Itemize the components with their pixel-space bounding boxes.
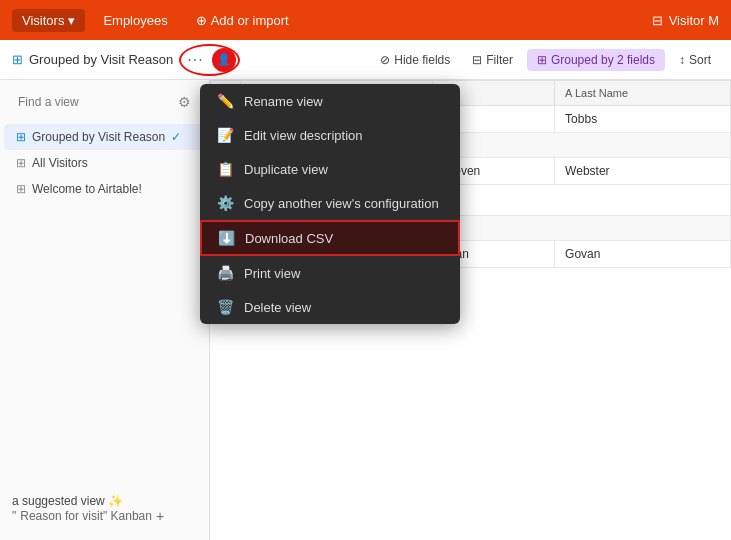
- grid-icon-3: ⊞: [16, 182, 26, 196]
- suggestion-label: a suggested view ✨: [12, 494, 123, 508]
- find-view-input[interactable]: [18, 95, 172, 109]
- kanban-label: ": [12, 509, 16, 523]
- delete-icon: 🗑️: [216, 299, 234, 315]
- duplicate-icon: 📋: [216, 161, 234, 177]
- delete-view-item[interactable]: 🗑️ Delete view: [200, 290, 460, 324]
- grid-icon: ⊞: [16, 130, 26, 144]
- plus-icon: ⊕: [196, 13, 207, 28]
- download-csv-item[interactable]: ⬇️ Download CSV: [200, 220, 460, 256]
- group-icon: ⊞: [537, 53, 547, 67]
- row-last-cell: Tobbs: [555, 106, 731, 133]
- kanban-suggestion-item[interactable]: " Reason for visit" Kanban +: [12, 508, 197, 524]
- edit-description-label: Edit view description: [244, 128, 363, 143]
- sidebar-item-grouped-visit-reason[interactable]: ⊞ Grouped by Visit Reason ✓: [4, 124, 205, 150]
- visitors-chevron: ▾: [68, 13, 75, 28]
- visitors-tab[interactable]: Visitors ▾: [12, 9, 85, 32]
- hide-fields-label: Hide fields: [394, 53, 450, 67]
- kanban-sub-label: Reason for visit" Kanban: [20, 509, 152, 523]
- filter-label: Filter: [486, 53, 513, 67]
- rename-icon: ✏️: [216, 93, 234, 109]
- copy-config-icon: ⚙️: [216, 195, 234, 211]
- add-import-label: Add or import: [211, 13, 289, 28]
- visitors-label: Visitors: [22, 13, 64, 28]
- row-last-2: Webster: [555, 158, 731, 185]
- sort-icon: ↕: [679, 53, 685, 67]
- add-import-button[interactable]: ⊕ Add or import: [186, 9, 299, 32]
- view-name-area: ⊞ Grouped by Visit Reason: [12, 52, 173, 67]
- sidebar: ⚙ ⊞ Grouped by Visit Reason ✓ ⊞ All Visi…: [0, 80, 210, 540]
- filter-button[interactable]: ⊟ Filter: [464, 49, 521, 71]
- sidebar-view-welcome-label: Welcome to Airtable!: [32, 182, 142, 196]
- employees-label: Employees: [103, 13, 167, 28]
- top-bar-left: Visitors ▾ Employees ⊕ Add or import: [12, 9, 299, 32]
- add-kanban-icon[interactable]: +: [156, 508, 164, 524]
- employees-tab[interactable]: Employees: [93, 9, 177, 32]
- sidebar-search-area: ⚙: [8, 88, 201, 116]
- grouped-label: Grouped by 2 fields: [551, 53, 655, 67]
- sidebar-view-all-label: All Visitors: [32, 156, 88, 170]
- duplicate-view-item[interactable]: 📋 Duplicate view: [200, 152, 460, 186]
- top-bar: Visitors ▾ Employees ⊕ Add or import ⊟ V…: [0, 0, 731, 40]
- sort-label: Sort: [689, 53, 711, 67]
- toolbar: ⊞ Grouped by Visit Reason ··· 👤 ⊘ Hide f…: [0, 40, 731, 80]
- sort-button[interactable]: ↕ Sort: [671, 49, 719, 71]
- grid-icon-2: ⊞: [16, 156, 26, 170]
- download-csv-icon: ⬇️: [217, 230, 235, 246]
- grid-view-icon: ⊞: [12, 52, 23, 67]
- view-name-label: Grouped by Visit Reason: [29, 52, 173, 67]
- edit-description-item[interactable]: 📝 Edit view description: [200, 118, 460, 152]
- print-view-item[interactable]: 🖨️ Print view: [200, 256, 460, 290]
- app-title: ⊟ Visitor M: [652, 13, 719, 28]
- collaborator-icon[interactable]: 👤: [212, 48, 236, 72]
- duplicate-view-label: Duplicate view: [244, 162, 328, 177]
- print-view-label: Print view: [244, 266, 300, 281]
- print-icon: 🖨️: [216, 265, 234, 281]
- hide-fields-icon: ⊘: [380, 53, 390, 67]
- suggested-view-item[interactable]: a suggested view ✨: [12, 494, 197, 508]
- sidebar-footer: a suggested view ✨ " Reason for visit" K…: [0, 486, 209, 532]
- filter-icon: ⊟: [472, 53, 482, 67]
- person-glyph: 👤: [217, 53, 231, 66]
- sidebar-item-welcome[interactable]: ⊞ Welcome to Airtable!: [4, 176, 205, 202]
- sidebar-view-grouped-label: Grouped by Visit Reason: [32, 130, 165, 144]
- sidebar-settings-icon[interactable]: ⚙: [178, 94, 191, 110]
- download-csv-label: Download CSV: [245, 231, 333, 246]
- active-check-icon: ✓: [171, 130, 181, 144]
- more-options-button[interactable]: ···: [183, 49, 207, 71]
- edit-desc-icon: 📝: [216, 127, 234, 143]
- rename-view-item[interactable]: ✏️ Rename view: [200, 84, 460, 118]
- row-last-3: Govan: [555, 241, 731, 268]
- col-header-last-name: A Last Name: [555, 81, 731, 106]
- toolbar-actions-circle: ··· 👤: [179, 44, 239, 76]
- rename-view-label: Rename view: [244, 94, 323, 109]
- delete-view-label: Delete view: [244, 300, 311, 315]
- copy-config-item[interactable]: ⚙️ Copy another view's configuration: [200, 186, 460, 220]
- hide-fields-button[interactable]: ⊘ Hide fields: [372, 49, 458, 71]
- grouped-by-button[interactable]: ⊞ Grouped by 2 fields: [527, 49, 665, 71]
- sidebar-item-all-visitors[interactable]: ⊞ All Visitors: [4, 150, 205, 176]
- copy-config-label: Copy another view's configuration: [244, 196, 439, 211]
- split-icon: ⊟: [652, 13, 663, 28]
- context-menu: ✏️ Rename view 📝 Edit view description 📋…: [200, 84, 460, 324]
